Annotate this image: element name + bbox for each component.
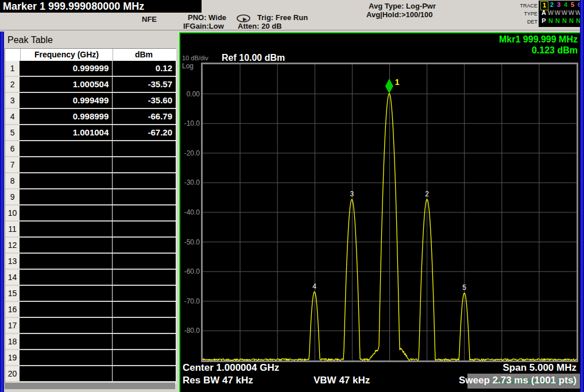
trace-det-5[interactable]: N: [568, 17, 575, 25]
dbm-cell: [112, 366, 176, 382]
frequency-cell: [20, 270, 112, 286]
row-number-cell: 9: [5, 189, 20, 205]
frequency-cell: [20, 334, 112, 350]
frequency-cell: [20, 157, 112, 173]
trace-type-3[interactable]: W: [554, 9, 561, 17]
row-number-cell: 8: [5, 173, 20, 189]
y-axis-tick-label: -60.0: [184, 267, 200, 275]
table-row[interactable]: 9: [5, 189, 176, 205]
dbm-cell: -66.79: [112, 109, 176, 125]
frequency-cell: [20, 350, 112, 366]
dbm-cell: [112, 350, 176, 366]
row-number-cell: 11: [5, 222, 20, 238]
trace-number-5[interactable]: 5: [569, 1, 576, 9]
dbm-cell: [112, 189, 176, 205]
row-number-cell: 3: [5, 93, 20, 109]
table-row[interactable]: 10: [5, 205, 176, 222]
marker-readout-amplitude: 0.123 dBm: [532, 45, 578, 56]
ref-level-label: Ref 10.00 dBm: [222, 53, 285, 63]
y-axis-tick-label: -80.0: [184, 327, 200, 335]
trace-number-4[interactable]: 4: [562, 1, 569, 9]
trace-det-3[interactable]: N: [554, 17, 561, 25]
row-number-cell: 4: [5, 109, 20, 125]
table-row[interactable]: 8: [5, 173, 176, 189]
trace-type-1[interactable]: A: [540, 9, 547, 17]
row-number-cell: 2: [5, 77, 20, 93]
table-row[interactable]: 40.998999-66.79: [5, 109, 176, 125]
trace-legend[interactable]: 123456 AWWWWW PNNNNN: [539, 1, 584, 27]
trace-type-4[interactable]: W: [561, 9, 568, 17]
dbm-cell: [112, 141, 176, 157]
trace-number-2[interactable]: 2: [548, 1, 555, 9]
dbm-cell: [112, 173, 176, 189]
nfe-label: NFE: [142, 15, 157, 24]
row-number-cell: 7: [5, 157, 20, 173]
dbm-cell: [112, 334, 176, 350]
analyzer-window: Marker 1 999.999080000 MHz NFE PNO: Wide…: [0, 0, 584, 392]
row-number-cell: 6: [5, 141, 20, 157]
trace-type-5[interactable]: W: [568, 9, 575, 17]
y-axis-tick-label: -10.0: [184, 119, 200, 127]
table-row[interactable]: 17: [5, 318, 176, 334]
trace-row-label: TRACE: [512, 2, 537, 10]
trace-det-2[interactable]: N: [547, 17, 554, 25]
dbm-cell: -35.57: [112, 77, 176, 93]
table-scrollbar[interactable]: [5, 383, 175, 389]
dbm-cell: [112, 302, 176, 318]
dbm-cell: [112, 205, 176, 222]
marker-1-diamond: [385, 79, 393, 94]
active-function-readout: Marker 1 999.999080000 MHz: [0, 0, 202, 13]
row-number-cell: 18: [5, 334, 20, 350]
frequency-cell: [20, 205, 112, 222]
table-row[interactable]: 12: [5, 238, 176, 254]
table-row[interactable]: 30.999499-35.60: [5, 93, 176, 109]
table-row[interactable]: 18: [5, 334, 176, 350]
peak-number-label: 3: [350, 190, 354, 198]
dbm-cell: -35.60: [112, 93, 176, 109]
row-number-cell: 19: [5, 350, 20, 366]
dbm-cell: [112, 254, 176, 270]
frequency-cell: [20, 302, 112, 318]
frequency-cell: 1.000504: [20, 77, 112, 93]
table-row[interactable]: 20: [5, 366, 176, 382]
frequency-cell: [20, 254, 112, 270]
peak-table-panel: Peak Table Frequency (GHz) dBm 10.999999…: [4, 32, 178, 392]
ifgain-label: IFGain:Low: [183, 22, 224, 30]
trace-number-3[interactable]: 3: [555, 1, 562, 9]
trace-det-1[interactable]: P: [540, 17, 547, 25]
span-label: Span 5.000 MHz: [503, 362, 577, 374]
table-row[interactable]: 10.9999990.12: [5, 61, 176, 77]
pno-label: PNO: Wide: [188, 13, 226, 22]
row-number-cell: 14: [5, 270, 20, 286]
log-scale-label: Log: [182, 62, 194, 70]
spectrum-plot: 0.00-10.0-20.0-30.0-40.0-50.0-60.0-70.0-…: [180, 33, 579, 390]
row-number-cell: 13: [5, 254, 20, 270]
res-bw-label: Res BW 47 kHz: [183, 375, 253, 386]
table-row[interactable]: 19: [5, 350, 176, 366]
trace-det-4[interactable]: N: [561, 17, 568, 25]
table-row[interactable]: 21.000504-35.57: [5, 77, 176, 93]
det-row-label: DET: [512, 18, 537, 26]
trace-type-row: AWWWWW: [540, 9, 584, 17]
frequency-cell: 0.998999: [20, 109, 112, 125]
y-axis-tick-label: -30.0: [184, 178, 200, 187]
dbm-cell: [112, 238, 176, 254]
table-row[interactable]: 13: [5, 254, 176, 270]
table-row[interactable]: 6: [5, 141, 176, 157]
frequency-cell: [20, 173, 112, 189]
dbm-cell: [112, 222, 176, 238]
trace-type-2[interactable]: W: [547, 9, 554, 17]
table-row[interactable]: 7: [5, 157, 176, 173]
dbm-cell: [112, 157, 176, 173]
peak-number-label: 5: [462, 284, 466, 292]
table-row[interactable]: 15: [5, 286, 176, 302]
dbm-cell: -67.20: [112, 125, 176, 141]
table-row[interactable]: 16: [5, 302, 176, 318]
y-axis-tick-label: 0.00: [187, 90, 200, 98]
table-row[interactable]: 51.001004-67.20: [5, 125, 176, 141]
column-header-frequency: Frequency (GHz): [21, 49, 113, 61]
table-row[interactable]: 14: [5, 270, 176, 286]
table-row[interactable]: 11: [5, 222, 176, 238]
frequency-cell: 0.999999: [20, 61, 112, 77]
atten-label: Atten: 20 dB: [238, 22, 282, 30]
